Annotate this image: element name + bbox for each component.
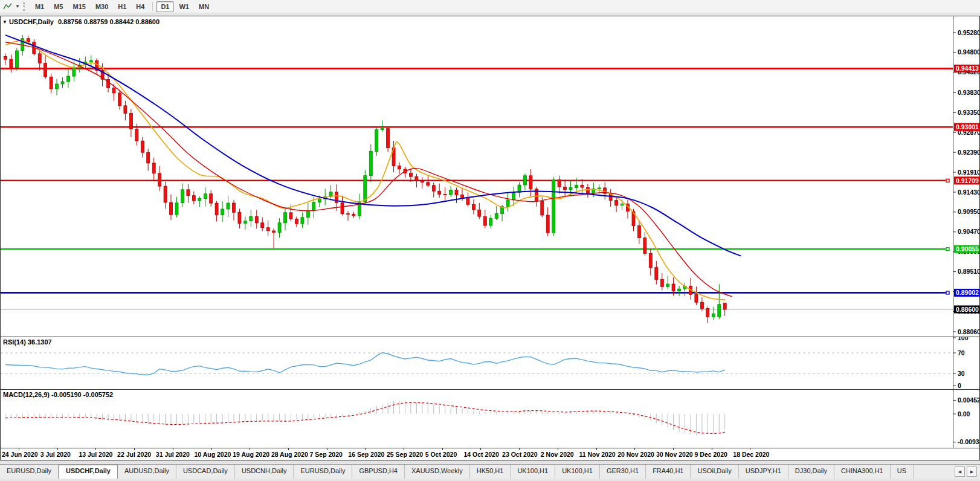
timeframe-button-w1[interactable]: W1 — [174, 1, 194, 12]
chart-tab-dj30-daily[interactable]: DJ30,Daily — [788, 465, 834, 479]
price-chart-canvas[interactable]: 0.952800.948000.943200.938300.933500.928… — [1, 16, 979, 337]
chart-tab-us[interactable]: US — [891, 465, 914, 479]
date-axis[interactable]: 24 Jun 20203 Jul 202013 Jul 202022 Jul 2… — [1, 448, 979, 460]
chart-tab-usdjpy-h1[interactable]: USDJPY,H1 — [739, 465, 788, 479]
tab-scroll-arrows: ◀▶ — [952, 465, 980, 479]
date-label: 31 Jul 2020 — [156, 451, 190, 458]
svg-text:0.95280: 0.95280 — [958, 29, 979, 36]
rsi-label: RSI(14) 36.1307 — [3, 338, 52, 346]
date-tick — [404, 448, 404, 450]
svg-text:0.90950: 0.90950 — [958, 208, 979, 215]
chart-title: ▼ USDCHF,Daily 0.88756 0.88759 0.88442 0… — [2, 18, 160, 25]
svg-text:30: 30 — [958, 370, 965, 377]
date-label: 9 Dec 2020 — [695, 451, 727, 458]
svg-text:0.90055: 0.90055 — [956, 245, 979, 253]
timeframe-button-h4[interactable]: H4 — [131, 1, 149, 12]
chart-ohlc-values: 0.88756 0.88759 0.88442 0.88600 — [58, 18, 160, 25]
svg-text:0.93350: 0.93350 — [958, 109, 979, 116]
svg-text:0.91430: 0.91430 — [958, 189, 979, 196]
timeframe-button-m30[interactable]: M30 — [91, 1, 113, 12]
chart-tab-uk100-h1[interactable]: UK100,H1 — [511, 465, 555, 479]
chart-tab-hk50-h1[interactable]: HK50,H1 — [470, 465, 511, 479]
timeframe-button-m5[interactable]: M5 — [49, 1, 68, 12]
date-label: 28 Aug 2020 — [271, 451, 308, 458]
date-tick — [57, 448, 58, 450]
date-tick — [596, 448, 597, 450]
top-toolbar: ▼ M1M5M15M30H1H4D1W1MN — [0, 0, 980, 13]
chart-collapse-icon[interactable]: ▼ — [2, 19, 7, 25]
chart-window: 0.952800.948000.943200.938300.933500.928… — [0, 16, 980, 460]
date-label: 7 Sep 2020 — [310, 451, 343, 458]
svg-text:0.94413: 0.94413 — [956, 65, 979, 72]
chart-tab-audusd-daily[interactable]: AUDUSD,Daily — [118, 465, 176, 479]
tab-scroll-right-button[interactable]: ▶ — [967, 466, 977, 477]
rsi-indicator-pane[interactable]: 10070300 RSI(14) 36.1307 — [1, 337, 979, 389]
chart-tab-eurusd-daily[interactable]: EURUSD,Daily — [0, 465, 59, 479]
chart-tab-usdcnh-daily[interactable]: USDCNH,Daily — [235, 465, 294, 479]
svg-text:0.93001: 0.93001 — [956, 123, 979, 131]
svg-text:0.89002: 0.89002 — [956, 289, 979, 296]
date-label: 14 Oct 2020 — [463, 451, 498, 458]
chart-tab-xauusd-weekly[interactable]: XAUUSD,Weekly — [405, 465, 470, 479]
date-tick — [634, 448, 635, 450]
timeframe-button-d1[interactable]: D1 — [156, 1, 174, 12]
chart-tab-uk100-h1[interactable]: UK100,H1 — [555, 465, 600, 479]
chart-tab-eurusd-daily[interactable]: EURUSD,Daily — [294, 465, 352, 479]
date-label: 13 Jul 2020 — [79, 451, 112, 458]
timeframe-button-mn[interactable]: MN — [194, 1, 214, 12]
date-label: 30 Nov 2020 — [656, 451, 693, 458]
macd-canvas[interactable]: 0.0045270.00-0.009348 — [1, 390, 979, 448]
date-tick — [250, 448, 250, 450]
macd-indicator-pane[interactable]: 0.0045270.00-0.009348 MACD(12,26,9) -0.0… — [1, 389, 979, 448]
chart-tab-bar: EURUSD,DailyUSDCHF,DailyAUDUSD,DailyUSDC… — [0, 464, 980, 479]
chart-tab-usdchf-daily[interactable]: USDCHF,Daily — [59, 465, 118, 479]
svg-text:0.00: 0.00 — [958, 410, 970, 418]
chart-tab-ger30-h1[interactable]: GER30,H1 — [600, 465, 646, 479]
date-label: 16 Sep 2020 — [348, 451, 384, 458]
date-tick — [288, 448, 289, 450]
chart-tab-usdcad-daily[interactable]: USDCAD,Daily — [176, 465, 235, 479]
svg-text:0: 0 — [958, 382, 961, 389]
date-tick — [519, 448, 520, 450]
chart-tool-button[interactable]: ▼ — [2, 2, 20, 11]
tool-dropdown-caret[interactable]: ▼ — [15, 4, 20, 9]
chart-background — [1, 16, 979, 337]
timeframe-button-m15[interactable]: M15 — [68, 1, 90, 12]
date-label: 24 Jun 2020 — [2, 451, 38, 458]
chart-tab-usoil-daily[interactable]: USOil,Daily — [691, 465, 738, 479]
timeframe-button-h1[interactable]: H1 — [113, 1, 131, 12]
date-label: 19 Aug 2020 — [233, 451, 269, 458]
date-label: 3 Jul 2020 — [40, 451, 71, 458]
macd-label: MACD(12,26,9) -0.005190 -0.005752 — [3, 391, 113, 398]
svg-text:0.90470: 0.90470 — [958, 228, 979, 235]
chart-tab-gbpusd-h4[interactable]: GBPUSD,H4 — [352, 465, 405, 479]
chart-tab-fra40-h1[interactable]: FRA40,H1 — [646, 465, 691, 479]
date-tick — [442, 448, 443, 450]
svg-text:0.94800: 0.94800 — [958, 48, 979, 56]
date-tick — [173, 448, 173, 450]
date-label: 20 Nov 2020 — [617, 451, 654, 458]
main-chart-pane[interactable]: 0.952800.948000.943200.938300.933500.928… — [1, 16, 979, 337]
rsi-canvas[interactable]: 10070300 — [1, 337, 979, 389]
svg-text:0.88060: 0.88060 — [958, 328, 979, 335]
chart-line-tool-icon — [2, 2, 13, 11]
date-tick — [365, 448, 366, 450]
svg-text:0.88600: 0.88600 — [956, 306, 979, 313]
date-label: 18 Dec 2020 — [733, 451, 769, 458]
svg-text:-0.009348: -0.009348 — [958, 438, 979, 445]
tab-scroll-left-button[interactable]: ◀ — [955, 466, 965, 477]
toolbar-grip — [23, 2, 26, 11]
date-label: 11 Nov 2020 — [579, 451, 616, 458]
date-label: 5 Oct 2020 — [425, 451, 457, 458]
date-label: 22 Jul 2020 — [117, 451, 151, 458]
date-tick — [558, 448, 558, 450]
chart-symbol-period: USDCHF,Daily — [9, 18, 54, 25]
date-tick — [95, 448, 96, 450]
timeframe-button-m1[interactable]: M1 — [30, 1, 49, 12]
chart-tab-china300-h1[interactable]: CHINA300,H1 — [834, 465, 891, 479]
date-tick — [19, 448, 19, 450]
svg-text:100: 100 — [958, 337, 969, 341]
date-tick — [750, 448, 750, 450]
date-tick — [134, 448, 135, 450]
date-tick — [673, 448, 674, 450]
